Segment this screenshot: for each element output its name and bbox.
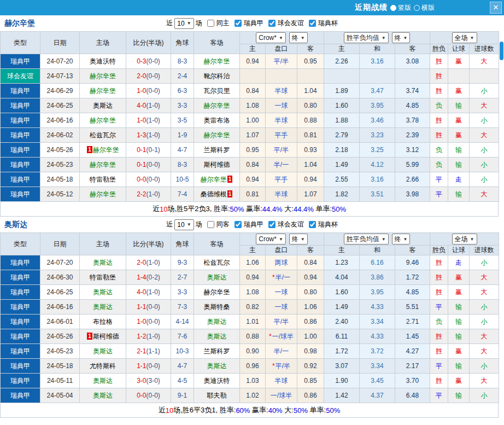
ah-line-cell: *一/球半 bbox=[266, 329, 297, 344]
match-row[interactable]: 瑞典甲24-05-23赫尔辛堡0-1(0-0)8-3斯柯维德0.84半/一1.0… bbox=[1, 158, 499, 172]
match-row[interactable]: 瑞典甲24-05-261赫尔辛堡0-1(0-1)4-7兰斯科罗0.95平/半0.… bbox=[1, 143, 499, 158]
close-icon[interactable]: ✕ bbox=[490, 2, 502, 14]
scope-select[interactable]: 全场▼ bbox=[452, 32, 477, 43]
ah-line-cell: *半/一 bbox=[266, 270, 297, 285]
team-name: 赫尔辛堡 bbox=[204, 131, 230, 139]
match-row[interactable]: 瑞典甲24-06-25奥斯达4-0(1-0)3-3赫尔辛堡1.08一球0.801… bbox=[1, 285, 499, 300]
match-row[interactable]: 瑞典甲24-06-25奥斯达4-0(1-0)3-3赫尔辛堡1.08一球0.801… bbox=[1, 98, 499, 113]
score-cell: 2-2(1-0) bbox=[126, 187, 171, 202]
league-checkbox-cup[interactable] bbox=[309, 20, 316, 27]
league-checkbox-friendly[interactable] bbox=[268, 221, 276, 228]
chevron-down-icon: ▼ bbox=[403, 237, 408, 242]
league-checkbox-allsvenskan[interactable] bbox=[235, 20, 242, 27]
score-cell: 0-0(0-0) bbox=[126, 172, 171, 187]
handicap-time-select[interactable]: 终▼ bbox=[289, 32, 308, 43]
wdl-average-select[interactable]: 胜平负均值▼ bbox=[344, 234, 389, 244]
match-row[interactable]: 瑞典甲24-05-04奥斯达0-0(0-0)9-1耶夫勒1.02一/球半0.86… bbox=[1, 388, 499, 403]
match-row[interactable]: 瑞典甲24-06-16奥斯达1-1(0-0)7-3奥斯特桑0.82一球1.061… bbox=[1, 300, 499, 315]
red-card-badge: 1 bbox=[87, 333, 92, 340]
radio-vertical-label: 竖版 bbox=[398, 3, 411, 13]
handicap-result-cell: 赢 bbox=[448, 54, 470, 69]
ah-line-cell: 半/一 bbox=[266, 158, 297, 172]
radio-vertical-layout[interactable]: 竖版 bbox=[390, 3, 411, 13]
scope-select[interactable]: 全场▼ bbox=[452, 234, 477, 244]
halftime-score: (0-0) bbox=[146, 318, 160, 325]
same-venue-checkbox[interactable] bbox=[207, 221, 214, 228]
handicap-time-select[interactable]: 终▼ bbox=[289, 234, 308, 244]
ah-home-odds-cell: 0.82 bbox=[240, 300, 266, 315]
match-row[interactable]: 瑞典甲24-05-11奥斯达3-0(3-0)4-5奥迪沃特1.03半球0.851… bbox=[1, 374, 499, 388]
match-row[interactable]: 瑞典甲24-05-23奥斯达2-1(1-1)10-3兰斯科罗0.90半/一0.9… bbox=[1, 344, 499, 359]
wdl-cell: 胜 bbox=[430, 54, 448, 69]
match-row[interactable]: 瑞典甲24-05-12赫尔辛堡2-2(1-0)7-4桑德维根10.81半球1.0… bbox=[1, 187, 499, 202]
team-name: 奥斯达 bbox=[207, 333, 227, 340]
match-row[interactable]: 瑞典甲24-06-30特雷勒堡1-4(0-2)2-7奥斯达0.94*半/一0.9… bbox=[1, 270, 499, 285]
eu-draw-cell: 3.47 bbox=[360, 84, 395, 98]
match-row[interactable]: 瑞典甲24-06-16赫尔辛堡1-0(1-0)3-5奥雷布洛1.00半球0.88… bbox=[1, 113, 499, 128]
home-team-cell: 奥斯达 bbox=[80, 255, 126, 270]
match-row[interactable]: 瑞典甲24-07-20奥斯达2-0(1-0)9-3松兹瓦尔1.06两球0.841… bbox=[1, 255, 499, 270]
league-checkbox-friendly[interactable] bbox=[268, 20, 276, 27]
radio-horizontal-layout[interactable]: 横版 bbox=[414, 3, 435, 13]
league-cell: 球会友谊 bbox=[1, 69, 40, 84]
subcol-eu-home: 主 bbox=[324, 44, 360, 54]
eu-draw-cell: 3.86 bbox=[360, 270, 395, 285]
ah-home-odds-cell: 0.94 bbox=[240, 172, 266, 187]
halftime-score: (0-0) bbox=[146, 392, 160, 399]
same-venue-checkbox[interactable] bbox=[207, 20, 214, 27]
subcol-ah-line: 盘口 bbox=[266, 44, 297, 54]
radio-horizontal-label: 横版 bbox=[421, 3, 435, 13]
league-checkbox-cup[interactable] bbox=[309, 221, 316, 228]
wdl-time-select[interactable]: 终▼ bbox=[392, 234, 411, 244]
home-team-cell: 奥斯达 bbox=[80, 344, 126, 359]
wdl-cell: 胜 bbox=[430, 270, 448, 285]
match-row[interactable]: 瑞典甲24-06-02松兹瓦尔1-3(1-0)1-9赫尔辛堡1.07平手0.81… bbox=[1, 128, 499, 143]
ah-home-odds-cell: 1.03 bbox=[240, 374, 266, 388]
wdl-average-select[interactable]: 胜平负均值▼ bbox=[344, 32, 389, 43]
match-row[interactable]: 瑞典甲24-05-18特雷勒堡0-0(0-0)10-5赫尔辛堡10.94平手0.… bbox=[1, 172, 499, 187]
match-row[interactable]: 瑞典甲24-05-18尤特斯科1-1(0-0)4-7奥斯达0.96*平/半0.9… bbox=[1, 359, 499, 374]
home-team-cell: 尤特斯科 bbox=[80, 359, 126, 374]
filter-controls: 近 10▼ 场 同客 瑞典甲 球会友谊 瑞典杯 bbox=[166, 219, 337, 230]
eu-home-cell: 2.55 bbox=[324, 172, 360, 187]
ah-line-cell: 半球 bbox=[266, 187, 297, 202]
ah-away-odds-cell: 0.93 bbox=[297, 143, 324, 158]
halftime-score: (1-0) bbox=[146, 117, 160, 124]
match-count-select[interactable]: 10▼ bbox=[174, 18, 194, 29]
subcol-eu-away: 客 bbox=[395, 246, 430, 255]
ah-home-odds-cell: 1.00 bbox=[240, 113, 266, 128]
eu-home-cell: 4.04 bbox=[324, 270, 360, 285]
match-row[interactable]: 瑞典甲24-06-29赫尔辛堡1-0(0-0)6-3瓦尔贝里0.84半球1.04… bbox=[1, 84, 499, 98]
match-row[interactable]: 瑞典甲24-05-261斯柯维德1-2(1-0)7-6奥斯达0.88*一/球半1… bbox=[1, 329, 499, 344]
eu-away-cell: 6.48 bbox=[395, 388, 430, 403]
odds-company-select[interactable]: Crow*▼ bbox=[256, 234, 286, 244]
eu-away-cell: 3.98 bbox=[395, 187, 430, 202]
match-row[interactable]: 球会友谊24-07-13赫尔辛堡2-0(0-0)2-4靴尔科治胜 bbox=[1, 69, 499, 84]
scrollbar-thumb[interactable] bbox=[500, 42, 503, 60]
wdl-time-select[interactable]: 终▼ bbox=[392, 32, 411, 43]
odds-company-select[interactable]: Crow*▼ bbox=[256, 32, 286, 43]
ah-away-odds-cell: 0.86 bbox=[297, 388, 324, 403]
eu-draw-cell: 3.45 bbox=[360, 374, 395, 388]
match-row[interactable]: 瑞典甲24-07-20奥迪沃特0-3(0-0)8-3赫尔辛堡0.94平/半0.9… bbox=[1, 54, 499, 69]
match-count-select[interactable]: 10▼ bbox=[174, 219, 194, 230]
eu-draw-cell: 4.37 bbox=[360, 388, 395, 403]
league-checkbox-allsvenskan[interactable] bbox=[235, 221, 242, 228]
eu-draw-cell: 4.12 bbox=[360, 158, 395, 172]
match-row[interactable]: 瑞典甲24-06-01布拉格1-0(0-0)4-14奥斯达1.01平/半0.86… bbox=[1, 315, 499, 329]
ah-line-cell: 一球 bbox=[266, 98, 297, 113]
ah-line-cell: 平/半 bbox=[266, 143, 297, 158]
chevron-down-icon: ▼ bbox=[187, 21, 191, 26]
date-cell: 24-05-23 bbox=[40, 344, 80, 359]
team-name: 赫尔辛堡 bbox=[201, 176, 227, 183]
team-name: 奥斯达 bbox=[93, 392, 113, 399]
score-cell: 0-3(0-0) bbox=[126, 54, 171, 69]
goals-cell: 大 bbox=[470, 54, 499, 69]
score-cell: 3-0(3-0) bbox=[126, 374, 171, 388]
date-cell: 24-05-18 bbox=[40, 172, 80, 187]
team-name-title: 赫尔辛堡 bbox=[4, 19, 35, 28]
chevron-down-icon: ▼ bbox=[279, 237, 283, 242]
score-cell: 4-0(1-0) bbox=[126, 98, 171, 113]
team-name: 奥雷布洛 bbox=[204, 117, 230, 124]
col-date: 日期 bbox=[40, 32, 80, 54]
